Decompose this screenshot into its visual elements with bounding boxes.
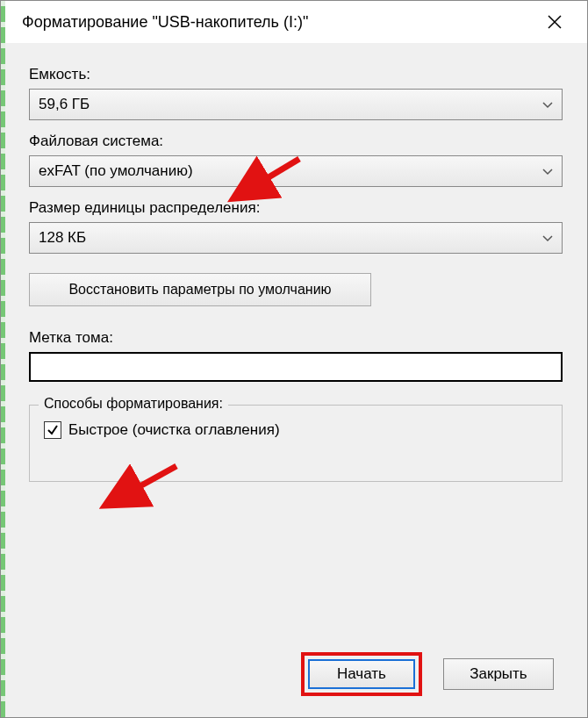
left-edge-decoration — [1, 1, 5, 717]
chevron-down-icon — [542, 97, 553, 111]
format-dialog: Форматирование "USB-накопитель (I:)" Емк… — [0, 0, 588, 718]
dialog-buttons: Начать Закрыть — [301, 652, 554, 696]
volume-label-input[interactable] — [29, 352, 563, 382]
titlebar: Форматирование "USB-накопитель (I:)" — [1, 1, 587, 43]
quick-format-checkbox[interactable] — [44, 421, 61, 439]
close-button[interactable]: Закрыть — [443, 658, 554, 690]
capacity-dropdown[interactable]: 59,6 ГБ — [29, 89, 563, 120]
start-button-label: Начать — [337, 665, 386, 683]
allocation-label: Размер единицы распределения: — [29, 199, 563, 217]
window-title: Форматирование "USB-накопитель (I:)" — [22, 13, 308, 32]
quick-format-label: Быстрое (очистка оглавления) — [68, 421, 280, 439]
filesystem-value: exFAT (по умолчанию) — [39, 162, 193, 180]
restore-defaults-button[interactable]: Восстановить параметры по умолчанию — [29, 273, 371, 306]
quick-format-row[interactable]: Быстрое (очистка оглавления) — [44, 421, 548, 439]
start-button-highlight: Начать — [301, 652, 422, 696]
allocation-dropdown[interactable]: 128 КБ — [29, 222, 563, 254]
volume-label-label: Метка тома: — [29, 329, 563, 347]
format-options-group: Способы форматирования: Быстрое (очистка… — [29, 405, 563, 482]
start-button[interactable]: Начать — [308, 659, 415, 689]
close-button-label: Закрыть — [470, 665, 527, 683]
dialog-content: Емкость: 59,6 ГБ Файловая система: exFAT… — [1, 43, 587, 482]
allocation-value: 128 КБ — [39, 229, 86, 247]
filesystem-dropdown[interactable]: exFAT (по умолчанию) — [29, 155, 563, 187]
capacity-value: 59,6 ГБ — [39, 96, 90, 113]
filesystem-label: Файловая система: — [29, 133, 563, 150]
chevron-down-icon — [542, 231, 553, 245]
format-options-legend: Способы форматирования: — [39, 396, 228, 412]
chevron-down-icon — [542, 164, 553, 178]
capacity-label: Емкость: — [29, 66, 563, 83]
restore-defaults-label: Восстановить параметры по умолчанию — [68, 282, 331, 298]
close-icon[interactable] — [534, 8, 575, 36]
